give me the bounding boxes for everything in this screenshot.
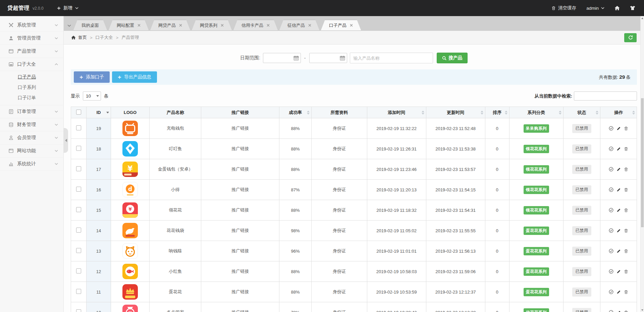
edit-icon[interactable] (616, 126, 621, 131)
delete-icon[interactable] (624, 249, 628, 253)
promo-link[interactable]: 推广链接 (231, 126, 249, 131)
sort-icons[interactable] (632, 111, 635, 115)
delete-icon[interactable] (624, 269, 628, 274)
column-header[interactable]: 更新时间 (426, 107, 485, 118)
row-checkbox[interactable] (76, 289, 81, 294)
scrollbar-down-arrow[interactable] (641, 308, 644, 312)
scrollbar-up-arrow[interactable] (641, 16, 644, 20)
promo-link[interactable]: 推广链接 (231, 187, 249, 192)
add-product-button[interactable]: 添加口子 (74, 71, 110, 83)
row-checkbox[interactable] (76, 228, 81, 233)
delete-icon[interactable] (624, 290, 628, 294)
tab[interactable]: 网贷产品 (150, 20, 191, 31)
promo-link[interactable]: 推广链接 (231, 269, 249, 274)
user-menu[interactable]: admin (586, 6, 604, 11)
home-button[interactable] (614, 6, 620, 10)
edit-icon[interactable] (616, 290, 621, 294)
edit-icon[interactable] (616, 310, 621, 312)
edit-icon[interactable] (616, 147, 621, 151)
sidebar-item[interactable]: 财务管理 (0, 118, 63, 131)
tab[interactable]: 我的桌面 (73, 20, 107, 31)
row-checkbox[interactable] (76, 309, 81, 312)
column-header[interactable]: 状态 (563, 107, 600, 118)
column-header[interactable]: 排序 (485, 107, 509, 118)
sidebar-item[interactable]: 系统管理 (0, 19, 63, 32)
sidebar-collapse-handle[interactable] (64, 128, 68, 153)
toggle-status-icon[interactable] (609, 208, 613, 212)
sidebar-item[interactable]: 口子大全 (0, 58, 63, 71)
column-header[interactable]: 添加时间 (367, 107, 426, 118)
breadcrumb-home[interactable]: 首页 (71, 35, 87, 41)
toggle-status-icon[interactable] (609, 228, 613, 233)
promo-link[interactable]: 推广链接 (231, 207, 249, 212)
toggle-status-icon[interactable] (609, 249, 613, 253)
sort-icons[interactable] (559, 111, 561, 115)
clear-cache-button[interactable]: 清空缓存 (551, 5, 576, 11)
tab-list-chevron-icon[interactable] (65, 20, 73, 31)
toggle-status-icon[interactable] (609, 126, 613, 131)
sidebar-item[interactable]: 网站功能 (0, 144, 63, 158)
sort-icons[interactable] (422, 111, 424, 115)
sidebar-subitem[interactable]: 口子订单 (0, 92, 63, 103)
column-header[interactable]: 成功率 (279, 107, 312, 118)
delete-icon[interactable] (624, 208, 628, 212)
sort-icons[interactable] (307, 111, 310, 115)
product-name-input[interactable] (350, 53, 433, 63)
row-checkbox[interactable] (76, 187, 81, 192)
tab[interactable]: 网贷系列 (192, 20, 232, 31)
sort-icons[interactable] (481, 111, 483, 115)
toggle-status-icon[interactable] (609, 146, 613, 151)
toggle-status-icon[interactable] (609, 290, 613, 294)
column-header[interactable]: 操作 (600, 107, 637, 118)
edit-icon[interactable] (616, 229, 621, 233)
search-product-button[interactable]: 搜产品 (437, 53, 468, 63)
sidebar-item[interactable]: 管理员管理 (0, 32, 63, 45)
delete-icon[interactable] (624, 310, 628, 312)
sidebar-item[interactable]: 产品管理 (0, 45, 63, 58)
sidebar-item[interactable]: 会员管理 (0, 131, 63, 144)
edit-icon[interactable] (616, 249, 621, 253)
tab[interactable]: 网站配置 (108, 20, 149, 31)
delete-icon[interactable] (624, 147, 628, 151)
delete-icon[interactable] (624, 229, 628, 233)
breadcrumb-item[interactable]: 口子大全 (96, 35, 113, 41)
row-checkbox[interactable] (76, 207, 81, 212)
new-menu-button[interactable]: 新增 (57, 5, 78, 11)
theme-button[interactable] (630, 6, 635, 10)
promo-link[interactable]: 推广链接 (231, 146, 249, 151)
toggle-status-icon[interactable] (609, 269, 613, 274)
edit-icon[interactable] (616, 208, 621, 212)
promo-link[interactable]: 推广链接 (231, 289, 249, 294)
close-icon[interactable] (179, 24, 182, 27)
sort-icons[interactable] (596, 111, 598, 115)
export-products-button[interactable]: 导出产品信息 (112, 71, 157, 83)
column-header[interactable]: ID (87, 107, 111, 118)
scrollbar-thumb[interactable] (641, 98, 644, 227)
close-icon[interactable] (267, 24, 270, 27)
row-checkbox[interactable] (76, 166, 81, 171)
toggle-status-icon[interactable] (609, 187, 613, 192)
close-icon[interactable] (308, 24, 311, 27)
edit-icon[interactable] (616, 167, 621, 172)
app-brand[interactable]: 贷超管理 v2.0.0 (7, 5, 44, 12)
sidebar-subitem[interactable]: 口子产品 (0, 72, 63, 82)
vertical-scrollbar[interactable] (640, 16, 644, 312)
close-icon[interactable] (138, 24, 141, 27)
edit-icon[interactable] (616, 188, 621, 192)
sidebar-item[interactable]: 订单管理 (0, 105, 63, 118)
row-checkbox[interactable] (76, 146, 81, 151)
refresh-button[interactable] (624, 33, 637, 42)
row-checkbox[interactable] (76, 268, 81, 273)
column-header[interactable] (71, 107, 87, 118)
date-from-input[interactable] (263, 53, 301, 63)
promo-link[interactable]: 推广链接 (231, 228, 249, 233)
sort-icons[interactable] (505, 111, 507, 115)
breadcrumb-item[interactable]: 产品管理 (121, 35, 139, 41)
row-checkbox[interactable] (76, 248, 81, 253)
sort-desc-icon[interactable] (106, 112, 109, 113)
toggle-status-icon[interactable] (609, 167, 613, 172)
page-size-select[interactable]: 10 (83, 91, 101, 101)
tab[interactable]: 信用卡产品 (233, 20, 278, 31)
delete-icon[interactable] (624, 188, 628, 192)
tab[interactable]: 口子产品 (321, 20, 361, 31)
